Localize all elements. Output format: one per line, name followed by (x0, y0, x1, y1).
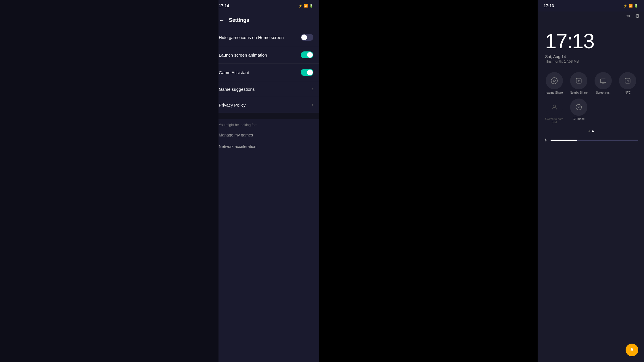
settings-panel: 17:14 ⚡ 📶 🔋 ← Settings Hide game icons o… (213, 0, 319, 362)
clock-date: Sat, Aug 14 (545, 54, 637, 59)
gt-mode-label: GT mode (573, 118, 585, 121)
edit-icon[interactable]: ✏ (626, 13, 631, 19)
launch-animation-label: Launch screen animation (219, 53, 267, 57)
realme-share-label: realme Share (546, 91, 563, 94)
launch-animation-item: Launch screen animation (213, 46, 319, 64)
wifi-icon-settings: 📶 (304, 4, 308, 8)
svg-point-14 (553, 105, 555, 107)
game-suggestions-label: Game suggestions (219, 87, 255, 92)
svg-point-9 (551, 78, 557, 84)
switch-sim-button[interactable] (546, 99, 563, 116)
switch-sim-label: Switch to data SIM (544, 118, 565, 124)
nearby-share-tile[interactable]: Nearby Share (568, 72, 589, 94)
dot-2 (592, 130, 594, 132)
clock-month-data: This month: 17.58 MB (545, 59, 637, 63)
top-action-bar: ✏ ⚙ (538, 11, 644, 21)
privacy-policy-item[interactable]: Privacy Policy › (213, 97, 319, 113)
bt-icon-right: ⚡ (623, 4, 627, 8)
wifi-icon-right: 📶 (629, 4, 633, 8)
settings-header: ← Settings (213, 11, 319, 29)
brightness-bar[interactable] (551, 140, 638, 141)
game-assistant-item: Game Assistant (213, 64, 319, 81)
status-icons-settings: ⚡ 📶 🔋 (298, 4, 313, 8)
gt-mode-button[interactable]: GT (570, 99, 587, 116)
realme-share-tile[interactable]: realme Share (544, 72, 565, 94)
back-button[interactable]: ← (219, 17, 225, 24)
switch-sim-tile[interactable]: Switch to data SIM (544, 99, 565, 124)
realme-share-button[interactable] (546, 72, 563, 89)
battery-icon-right: 🔋 (634, 4, 638, 8)
nearby-share-label: Nearby Share (570, 91, 588, 94)
game-assistant-label: Game Assistant (219, 70, 249, 75)
brightness-fill (551, 140, 577, 141)
game-assistant-toggle[interactable] (301, 69, 313, 76)
status-time-right: 17:13 (544, 3, 554, 8)
screencast-button[interactable] (595, 72, 612, 89)
right-panel: 17:13 ⚡ 📶 🔋 ✏ ⚙ 17:13 Sat, Aug 14 This m… (538, 0, 644, 362)
nfc-label: NFC (625, 91, 631, 94)
brightness-container: ☀ (538, 134, 644, 146)
nfc-tile[interactable]: N NFC (617, 72, 638, 94)
chevron-right-icon: › (312, 86, 313, 92)
hide-game-icons-label: Hide game icons on Home screen (219, 35, 284, 40)
quick-tiles-row1: realme Share Nearby Share Screencast (538, 68, 644, 99)
svg-text:GT: GT (577, 106, 581, 109)
privacy-chevron-icon: › (312, 102, 313, 107)
svg-rect-11 (600, 79, 606, 83)
hide-game-icons-item: Hide game icons on Home screen (213, 29, 319, 46)
bt-icon-settings: ⚡ (298, 4, 302, 8)
nfc-button[interactable]: N (619, 72, 636, 89)
status-icons-right: ⚡ 📶 🔋 (623, 4, 638, 8)
battery-icon-settings: 🔋 (309, 4, 313, 8)
gt-mode-tile[interactable]: GT GT mode (568, 99, 589, 124)
screencast-label: Screencast (596, 91, 610, 94)
settings-divider (213, 113, 319, 119)
settings-title: Settings (229, 17, 249, 23)
svg-text:N: N (627, 79, 629, 82)
screencast-tile[interactable]: Screencast (593, 72, 614, 94)
settings-icon[interactable]: ⚙ (635, 13, 640, 19)
clock-time: 17:13 (545, 29, 637, 53)
might-looking-label: You might be looking for: (213, 119, 319, 129)
hide-game-icons-toggle[interactable] (301, 34, 313, 41)
clock-display: 17:13 Sat, Aug 14 This month: 17.58 MB (538, 21, 644, 68)
game-suggestions-item[interactable]: Game suggestions › (213, 81, 319, 97)
dot-1 (589, 130, 590, 132)
status-bar-settings: 17:14 ⚡ 📶 🔋 (213, 0, 319, 11)
user-initial: A (630, 347, 634, 353)
right-bg (0, 0, 218, 362)
nearby-share-button[interactable] (570, 72, 587, 89)
user-avatar-button[interactable]: A (626, 344, 638, 356)
quick-tiles-row2: Switch to data SIM GT GT mode (538, 99, 644, 128)
launch-animation-toggle[interactable] (301, 51, 313, 58)
dots-indicator (538, 128, 644, 134)
status-time-settings: 17:14 (219, 3, 229, 8)
brightness-icon: ☀ (544, 137, 548, 143)
suggestion-network-acceleration[interactable]: Network acceleration (213, 141, 319, 152)
suggestion-manage-games[interactable]: Manage my games (213, 129, 319, 141)
status-bar-right: 17:13 ⚡ 📶 🔋 (538, 0, 644, 11)
privacy-policy-label: Privacy Policy (219, 103, 246, 107)
